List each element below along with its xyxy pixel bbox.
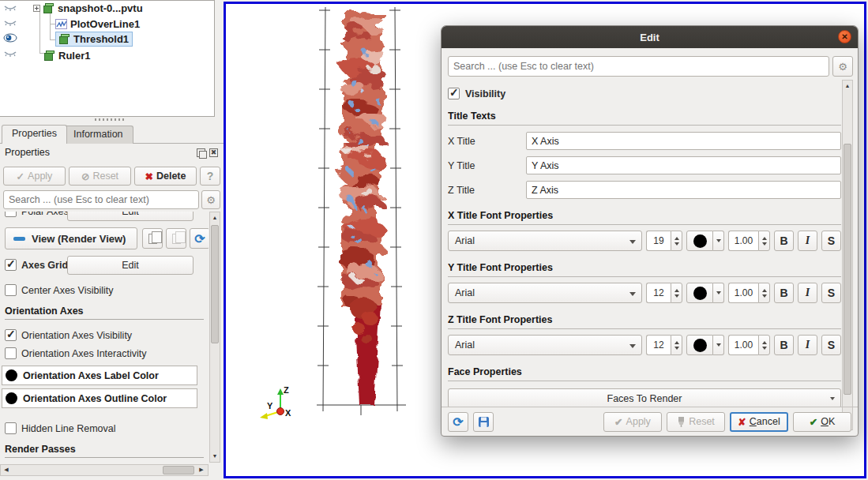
polar-axes-checkbox[interactable] <box>5 212 17 217</box>
y-font-size-spinner[interactable]: 12 <box>646 283 682 303</box>
y-title-input[interactable] <box>526 156 841 174</box>
z-shadow-button[interactable]: S <box>821 335 841 355</box>
dialog-vertical-scrollbar[interactable]: ▲ ▼ <box>842 80 853 430</box>
y-shadow-button[interactable]: S <box>821 283 841 303</box>
x-font-family-combo[interactable]: Arial <box>448 231 642 251</box>
dataset-cube-icon <box>59 34 70 44</box>
spin-down-icon[interactable] <box>674 242 679 246</box>
x-shadow-button[interactable]: S <box>821 231 841 251</box>
z-bold-button[interactable]: B <box>774 335 794 355</box>
spin-down-icon[interactable] <box>762 347 767 350</box>
axes-grid-checkbox[interactable] <box>5 259 17 271</box>
spin-up-icon[interactable] <box>674 237 679 240</box>
pipeline-item-label[interactable]: Threshold1 <box>73 33 129 45</box>
orientation-visibility-checkbox[interactable] <box>5 329 17 341</box>
scroll-left-icon[interactable]: ◀ <box>2 465 11 474</box>
z-font-family-combo[interactable]: Arial <box>448 335 642 355</box>
dialog-ok-button[interactable]: ✔OK <box>793 412 851 432</box>
dock-close-icon[interactable]: ✖ <box>209 148 218 157</box>
dock-float-icon[interactable] <box>197 148 205 157</box>
hidden-line-checkbox[interactable] <box>5 422 17 434</box>
orientation-axes-widget[interactable]: Z Y X <box>260 385 291 419</box>
reset-button[interactable]: ⊘Reset <box>69 167 131 186</box>
dialog-apply-button[interactable]: ✔Apply <box>603 412 662 432</box>
x-font-opacity-spinner[interactable]: 1.00 <box>728 231 770 251</box>
dialog-reset-button[interactable]: Reset <box>667 412 725 432</box>
pipeline-item-plotoverline[interactable]: PlotOverLine1 <box>55 17 140 32</box>
visibility-eye-closed-icon[interactable] <box>3 17 17 28</box>
spin-up-icon[interactable] <box>762 289 767 292</box>
pipeline-item-snapshot[interactable]: snapshot-0...pvtu <box>33 1 143 16</box>
orientation-label-color-button[interactable]: Orientation Axes Label Color <box>2 366 197 385</box>
scrollbar-thumb[interactable] <box>163 466 194 474</box>
y-bold-button[interactable]: B <box>774 283 794 303</box>
spin-up-icon[interactable] <box>674 341 679 344</box>
panel-splitter[interactable] <box>95 118 126 121</box>
view-header-button[interactable]: View (Render View) <box>5 227 137 249</box>
visibility-eye-closed-icon[interactable] <box>3 2 17 13</box>
scrollbar-thumb[interactable] <box>211 225 219 343</box>
y-font-family-combo[interactable]: Arial <box>448 283 642 303</box>
properties-search-input[interactable] <box>3 190 199 209</box>
spin-up-icon[interactable] <box>762 341 767 344</box>
restore-defaults-button[interactable]: ⟳ <box>448 412 468 432</box>
y-font-opacity-spinner[interactable]: 1.00 <box>728 283 770 303</box>
faces-to-render-dropdown[interactable]: Faces To Render <box>448 388 841 407</box>
orientation-interactivity-checkbox[interactable] <box>5 347 17 359</box>
pipeline-item-label[interactable]: PlotOverLine1 <box>70 18 140 30</box>
z-font-opacity-spinner[interactable]: 1.00 <box>728 335 770 355</box>
delete-button[interactable]: ✖Delete <box>134 167 197 186</box>
x-font-size-spinner[interactable]: 19 <box>646 231 682 251</box>
search-options-gear-icon[interactable]: ⚙ <box>201 190 220 209</box>
x-title-input[interactable] <box>526 132 841 150</box>
restore-defaults-button[interactable]: ⟳ <box>190 228 209 249</box>
scroll-down-icon[interactable]: ▼ <box>210 452 220 461</box>
scroll-up-icon[interactable]: ▲ <box>843 81 852 91</box>
scroll-right-icon[interactable]: ▶ <box>197 465 206 474</box>
dialog-search-gear-icon[interactable]: ⚙ <box>832 56 853 77</box>
z-title-input[interactable] <box>526 181 841 199</box>
spin-down-icon[interactable] <box>674 294 679 298</box>
polar-axes-edit-button[interactable]: Edit <box>67 212 194 221</box>
properties-vertical-scrollbar[interactable]: ▲ ▼ <box>209 212 220 463</box>
tab-information[interactable]: Information <box>63 126 133 144</box>
spin-down-icon[interactable] <box>762 242 767 246</box>
center-axes-checkbox[interactable] <box>5 284 17 296</box>
properties-horizontal-scrollbar[interactable]: ◀ ▶ <box>0 464 209 476</box>
copy-properties-button[interactable] <box>142 228 163 249</box>
tree-expander-icon[interactable] <box>33 5 40 12</box>
spin-up-icon[interactable] <box>674 289 679 292</box>
pipeline-item-label[interactable]: Ruler1 <box>58 50 90 62</box>
scrollbar-thumb[interactable] <box>844 144 851 395</box>
z-font-size-spinner[interactable]: 12 <box>646 335 682 355</box>
apply-button[interactable]: ✓Apply <box>3 167 66 186</box>
x-bold-button[interactable]: B <box>774 231 794 251</box>
spin-up-icon[interactable] <box>762 237 767 240</box>
scroll-up-icon[interactable]: ▲ <box>210 213 220 223</box>
dialog-close-icon[interactable]: ✕ <box>838 30 851 43</box>
x-italic-button[interactable]: I <box>798 231 817 251</box>
visibility-checkbox[interactable] <box>448 88 460 99</box>
panel-tabbar: Properties Information <box>0 125 224 144</box>
y-font-color-picker[interactable] <box>686 283 724 303</box>
visibility-eye-closed-icon[interactable] <box>3 48 17 59</box>
pipeline-item-label[interactable]: snapshot-0...pvtu <box>58 2 143 14</box>
y-italic-button[interactable]: I <box>798 283 817 303</box>
save-settings-button[interactable] <box>473 412 494 432</box>
pipeline-item-threshold[interactable]: Threshold1 <box>55 32 133 47</box>
spin-down-icon[interactable] <box>674 347 679 350</box>
pipeline-item-ruler[interactable]: Ruler1 <box>44 48 90 63</box>
visibility-eye-open-icon[interactable] <box>3 32 17 43</box>
dialog-search-input[interactable] <box>448 56 829 77</box>
spin-down-icon[interactable] <box>762 294 767 298</box>
z-italic-button[interactable]: I <box>798 335 817 355</box>
paste-properties-button[interactable] <box>166 228 186 249</box>
axes-grid-edit-button[interactable]: Edit <box>67 256 194 275</box>
x-font-color-picker[interactable] <box>686 231 724 251</box>
dialog-cancel-button[interactable]: ✘Cancel <box>730 412 788 432</box>
orientation-outline-color-button[interactable]: Orientation Axes Outline Color <box>2 388 197 408</box>
dialog-titlebar[interactable]: Edit ✕ <box>442 26 858 48</box>
tab-properties[interactable]: Properties <box>2 125 67 144</box>
z-font-color-picker[interactable] <box>686 335 724 355</box>
help-button[interactable]: ? <box>200 167 220 186</box>
